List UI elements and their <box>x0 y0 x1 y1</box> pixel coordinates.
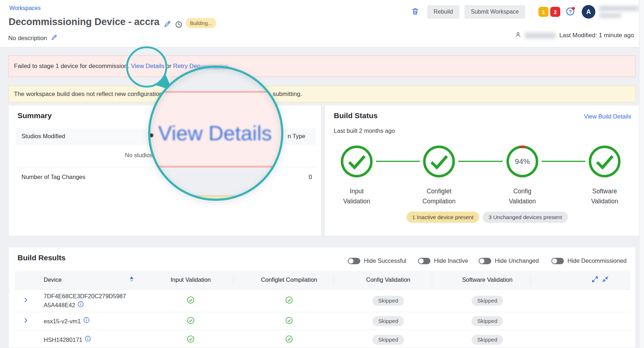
sort-icon[interactable] <box>130 276 133 282</box>
info-icon[interactable] <box>83 316 89 325</box>
hide-successful-toggle[interactable]: Hide Successful <box>348 257 406 264</box>
summary-col-studios: Studios Modified <box>21 133 65 140</box>
hide-unchanged-toggle[interactable]: Hide Unchanged <box>479 257 539 264</box>
info-icon[interactable] <box>85 335 91 344</box>
build-results-title: Build Results <box>18 253 65 262</box>
edit-description-icon[interactable] <box>51 34 58 42</box>
error-count-badge[interactable]: 2 <box>550 7 560 17</box>
config-validation-progress-ring: 94% <box>504 144 540 179</box>
person-icon <box>515 32 521 39</box>
view-build-details-link[interactable]: View Build Details <box>584 113 631 120</box>
warning-alert-text: The workspace build does not reflect new… <box>14 91 302 98</box>
check-circle-icon <box>286 335 293 344</box>
breadcrumb[interactable]: Workspaces <box>9 5 41 11</box>
error-alert-text: Failed to stage 1 device for decommissio… <box>14 63 129 70</box>
delete-workspace-icon[interactable] <box>411 7 419 17</box>
page-title: Decommissioning Device - accra <box>9 16 160 28</box>
config-validation-percent: 94% <box>515 157 530 165</box>
summary-table-header: Studios Modified n Type <box>16 129 316 144</box>
status-badge-skipped: Skipped <box>372 316 404 326</box>
unchanged-devices-badge: 3 Unchanged devices present <box>483 212 567 223</box>
software-validation-success-icon <box>587 144 623 179</box>
hide-decommissioned-toggle[interactable]: Hide Decommissioned <box>551 257 626 264</box>
col-software-validation: Software Validation <box>462 276 513 283</box>
expand-row-chevron[interactable] <box>23 317 29 325</box>
summary-col-type-fragment: n Type <box>288 133 305 140</box>
table-row: 7DF4E68CE3DF20C279D5987 A5A448E42 Skippe… <box>15 290 630 312</box>
col-config-validation: Config Validation <box>366 276 410 283</box>
results-table-body: 7DF4E68CE3DF20C279D5987 A5A448E42 Skippe… <box>15 290 630 348</box>
top-bar: Workspaces Decommissioning Device - accr… <box>0 0 644 47</box>
step-label-config: ConfigValidation <box>492 186 553 206</box>
expand-all-icon[interactable] <box>591 276 599 284</box>
step-connector <box>458 161 503 162</box>
retry-decommission-link[interactable]: Retry Dec <box>173 63 200 70</box>
scrollbar-track[interactable] <box>639 0 644 348</box>
device-name: HSH14280171 <box>44 335 91 344</box>
status-badge-skipped: Skipped <box>472 296 503 306</box>
history-clock-icon[interactable] <box>175 21 182 30</box>
avatar[interactable]: A <box>582 5 595 19</box>
rebuild-button[interactable]: Rebuild <box>427 5 459 19</box>
divider <box>532 6 533 18</box>
input-validation-success-icon <box>339 144 375 179</box>
step-label-configlet: ConfigletCompilation <box>409 186 469 206</box>
view-details-link[interactable]: View Details <box>131 63 164 70</box>
col-configlet-compilation: Configlet Compilation <box>261 276 317 283</box>
step-connector <box>376 161 420 162</box>
status-badge-skipped: Skipped <box>472 316 503 326</box>
header-actions: Rebuild Submit Workspace 1 2 ? A <box>411 4 639 19</box>
build-results-card: Build Results Hide Successful Hide Inact… <box>8 247 636 348</box>
device-name: esx15-v2-vm1 <box>44 316 89 325</box>
status-badge: Building... <box>186 18 216 28</box>
summary-empty-text: No studios modified <box>125 152 177 159</box>
last-built-text: Last built 2 months ago <box>334 127 395 134</box>
hide-inactive-toggle[interactable]: Hide Inactive <box>418 257 468 264</box>
check-circle-icon <box>187 316 195 325</box>
status-badge-skipped: Skipped <box>372 296 404 306</box>
table-row: esx15-v2-vm1 Skipped Skipped <box>15 312 630 330</box>
tag-changes-label: Number of Tag Changes <box>21 174 86 180</box>
warning-alert: The workspace build does not reflect new… <box>8 86 636 102</box>
error-alert: Failed to stage 1 device for decommissio… <box>8 55 636 77</box>
info-icon[interactable] <box>78 301 84 310</box>
device-name: 7DF4E68CE3DF20C279D5987 A5A448E42 <box>44 292 126 310</box>
last-modified-row: Last Modified: 1 minute ago <box>515 32 634 39</box>
summary-card: Summary Studios Modified n Type No studi… <box>8 105 322 236</box>
error-alert-conjunction: or <box>166 63 171 70</box>
switch-off[interactable] <box>418 258 430 264</box>
svg-text:?: ? <box>569 9 572 14</box>
table-row: HSH14280171 Skipped Skipped <box>15 330 630 348</box>
switch-off[interactable] <box>479 258 491 264</box>
user-name-redacted <box>599 6 639 18</box>
col-input-validation: Input Validation <box>171 276 211 283</box>
status-badge-skipped: Skipped <box>472 335 503 345</box>
submit-workspace-button[interactable]: Submit Workspace <box>464 5 525 19</box>
step-label-software: SoftwareValidation <box>574 186 635 206</box>
tag-changes-value: 0 <box>309 174 312 180</box>
summary-empty-row: No studios modified <box>16 144 316 167</box>
description-text: No description <box>8 35 47 42</box>
help-icon[interactable]: ? <box>566 6 575 18</box>
summary-tag-row: Number of Tag Changes 0 <box>16 167 316 188</box>
step-label-input: InputValidation <box>326 186 387 206</box>
collapse-all-icon[interactable] <box>602 276 609 284</box>
summary-title: Summary <box>18 111 52 120</box>
check-circle-icon <box>286 316 293 325</box>
inactive-device-badge: 1 Inactive device present <box>406 212 479 223</box>
switch-off[interactable] <box>348 258 360 264</box>
switch-off[interactable] <box>551 258 564 264</box>
col-device[interactable]: Device <box>44 276 62 283</box>
last-modified-text: Last Modified: 1 minute ago <box>559 32 634 39</box>
check-circle-icon <box>187 335 195 344</box>
edit-title-icon[interactable] <box>164 20 171 29</box>
build-status-title: Build Status <box>334 111 378 120</box>
check-circle-icon <box>187 296 195 305</box>
step-connector <box>542 161 585 162</box>
check-circle-icon <box>286 296 293 305</box>
warning-count-badge[interactable]: 1 <box>538 7 548 17</box>
build-status-card: Build Status View Build Details Last bui… <box>325 105 640 236</box>
modifier-name-redacted <box>525 33 556 39</box>
expand-row-chevron[interactable] <box>23 297 29 305</box>
status-badge-skipped: Skipped <box>372 335 404 345</box>
